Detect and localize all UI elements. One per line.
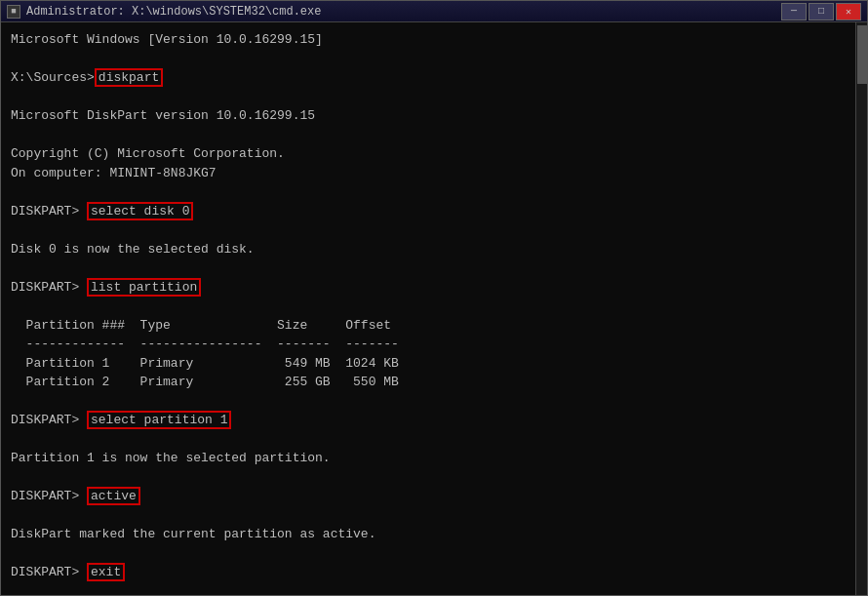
terminal-line: DISKPART> list partition [11,278,846,298]
terminal-line: DiskPart marked the current partition as… [11,525,846,544]
cmd-window: ■ Administrator: X:\windows\SYSTEM32\cmd… [0,0,868,596]
command-highlight: list partition [87,278,201,297]
minimize-button[interactable]: ─ [781,3,807,20]
terminal-line [11,88,846,107]
terminal-line: DISKPART> select partition 1 [11,411,846,430]
terminal-line [11,258,846,278]
terminal-line: Microsoft Windows [Version 10.0.16299.15… [11,30,846,50]
terminal-line [11,297,846,316]
prompt-text: DISKPART> [11,204,87,219]
terminal-line [11,392,846,412]
terminal-line [11,220,846,240]
terminal-line: Partition ### Type Size Offset [11,316,846,336]
title-bar: ■ Administrator: X:\windows\SYSTEM32\cmd… [1,1,867,22]
terminal-line [11,126,846,145]
terminal-line [11,582,846,596]
terminal-line: Microsoft DiskPart version 10.0.16299.15 [11,106,846,126]
command-highlight: diskpart [95,68,163,87]
cmd-icon: ■ [7,5,20,19]
terminal-line: Copyright (C) Microsoft Corporation. [11,144,846,164]
terminal-line [11,182,846,202]
terminal-line: Disk 0 is now the selected disk. [11,240,846,259]
terminal-line: DISKPART> exit [11,563,846,582]
terminal-wrapper: Microsoft Windows [Version 10.0.16299.15… [1,22,867,595]
terminal-line [11,468,846,488]
command-highlight: exit [87,563,125,581]
command-highlight: active [87,487,140,505]
maximize-button[interactable]: □ [809,3,834,20]
terminal-line: DISKPART> select disk 0 [11,202,846,221]
title-bar-left: ■ Administrator: X:\windows\SYSTEM32\cmd… [7,5,321,19]
scrollbar[interactable] [855,22,867,595]
terminal-line [11,544,846,564]
close-button[interactable]: ✕ [836,3,861,20]
prompt-text: DISKPART> [11,413,87,427]
prompt-text: DISKPART> [11,565,87,579]
terminal-line [11,430,846,450]
prompt-text: X:\Sources> [11,70,95,85]
terminal-line [11,50,846,69]
terminal-line: X:\Sources>diskpart [11,68,846,88]
terminal-line: Partition 1 is now the selected partitio… [11,449,846,468]
terminal-body[interactable]: Microsoft Windows [Version 10.0.16299.15… [1,22,855,595]
prompt-text: DISKPART> [11,489,87,503]
terminal-line: DISKPART> active [11,487,846,506]
terminal-line: Partition 2 Primary 255 GB 550 MB [11,373,846,392]
command-highlight: select disk 0 [87,202,193,220]
prompt-text: DISKPART> [11,280,87,295]
window-title: Administrator: X:\windows\SYSTEM32\cmd.e… [26,5,321,19]
terminal-line: Partition 1 Primary 549 MB 1024 KB [11,354,846,374]
scrollbar-thumb[interactable] [857,25,867,84]
terminal-line [11,506,846,526]
terminal-line: On computer: MININT-8N8JKG7 [11,164,846,183]
command-highlight: select partition 1 [87,411,231,429]
terminal-line: ------------- ---------------- ------- -… [11,335,846,354]
window-controls: ─ □ ✕ [781,3,861,20]
